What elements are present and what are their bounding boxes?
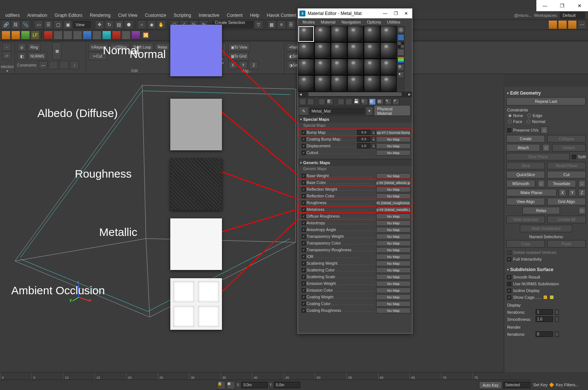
autokey-button[interactable]: Auto Key [479,381,502,389]
cage-color-2[interactable] [549,295,554,300]
menu-item-customize[interactable]: Customize [141,12,170,19]
align-button[interactable]: ▦ [267,20,276,29]
link-button[interactable]: 🔗 [1,20,10,29]
map-slot-button[interactable]: No Map [376,143,411,149]
menu-item-animation[interactable]: Animation [24,12,51,19]
select-name-button[interactable]: ☰ [44,20,53,29]
quickslice-button[interactable]: QuickSlice [506,171,545,178]
map-slot-button[interactable]: No Map [376,150,411,156]
menu-item-odifiers[interactable]: odifiers [1,12,24,19]
sample-type-icon[interactable] [397,27,404,33]
mat-maximize-button[interactable]: ❐ [390,9,401,18]
material-slot-9[interactable] [347,42,364,59]
map-slot-button[interactable]: No Map [376,234,411,239]
constraint-normal-icon[interactable]: ↕ [70,61,79,69]
material-slot-11[interactable] [380,42,397,59]
material-slot-10[interactable] [364,42,380,59]
map-slot-button[interactable]: No Map [376,274,411,280]
material-slot-hscrollbar[interactable]: ◀▶ [298,92,412,97]
map-enable-checkbox[interactable] [302,181,306,185]
mat-id-icon[interactable]: 0 [361,98,368,105]
minimize-button[interactable]: — [536,0,554,11]
map-enable-checkbox[interactable] [302,187,306,191]
align-z-button[interactable]: Z [249,61,258,69]
eyedropper-icon[interactable]: ✎ [299,107,308,115]
shelf-icon-10[interactable] [92,31,101,40]
setkey-icon[interactable]: 🔶 [549,383,554,387]
shelf-icon-11[interactable] [102,31,111,40]
map-amount-spinner[interactable]: ▴ [372,143,375,148]
relax-settings-button[interactable]: □ [578,207,586,214]
constraint-edge-icon[interactable] [49,61,58,69]
map-enable-checkbox[interactable] [302,234,306,239]
scale-button[interactable]: ▤ [115,20,124,29]
planar-x-button[interactable]: X [559,189,566,196]
map-slot-button[interactable]: No Map [376,136,411,142]
map-slot-button[interactable]: #1 (Metal_roughness. [376,200,411,206]
map-enable-checkbox[interactable] [302,268,306,272]
material-slot-12[interactable] [298,59,314,75]
gridalign-button[interactable]: Grid Align [547,198,586,205]
constraint-none-radio[interactable]: None [508,113,523,118]
slice-plane-button[interactable]: Slice Plane [506,153,570,160]
material-slot-7[interactable] [314,42,331,59]
mirror-button[interactable]: ▽ [254,20,263,29]
material-slot-5[interactable] [380,26,397,42]
shelf-icon-13[interactable] [122,31,131,40]
map-enable-checkbox[interactable] [302,174,306,178]
special-maps-rollout-header[interactable]: Special Maps [298,116,412,123]
mat-menu-material[interactable]: Material [318,19,338,25]
make-unique-icon[interactable] [345,98,352,105]
y-field[interactable]: 0.0m [274,382,300,388]
shelf-icon-9[interactable] [83,31,92,40]
map-enable-checkbox[interactable] [302,302,306,306]
setkey-button[interactable]: Set Key [533,383,548,387]
material-slot-21[interactable] [347,75,364,92]
mat-menu-utilities[interactable]: Utilities [384,19,403,25]
delete-iso-checkbox[interactable] [507,251,511,255]
shelf-icon-3[interactable] [21,31,30,40]
material-slot-1[interactable] [314,26,331,42]
ring-button[interactable]: Ring [28,43,41,51]
map-amount-spinner[interactable]: ▴ [372,130,375,135]
viewalign-button[interactable]: View Align [506,198,545,205]
menu-item-content[interactable]: Content [223,12,246,19]
map-enable-checkbox[interactable] [302,248,306,252]
map-enable-checkbox[interactable] [302,295,306,299]
map-slot-button[interactable]: p #2 (Metal_metallic.j [376,207,411,212]
material-slot-20[interactable] [331,75,347,92]
map-enable-checkbox[interactable] [302,214,306,218]
material-slot-4[interactable] [364,26,380,42]
shelf-icon-8[interactable] [73,31,82,40]
smooth-result-checkbox[interactable] [507,275,511,279]
map-slot-button[interactable]: No Map [376,288,411,293]
unhide-all-button[interactable]: Unhide All [547,216,586,223]
material-name-dropdown[interactable]: ▼ [366,107,372,115]
material-slot-8[interactable] [331,42,347,59]
msmooth-settings-button[interactable]: □ [537,180,545,187]
togrid-button[interactable]: ▦ To Grid [228,52,249,60]
close-button[interactable]: ✕ [571,0,588,11]
delete-icon[interactable]: 🗑 [326,98,333,105]
nurms-button[interactable]: NURMS [28,52,47,60]
unlink-button[interactable]: ⛓ [11,20,20,29]
map-slot-button[interactable]: No Map [376,240,411,246]
smoothness-field[interactable]: 1.0 [536,316,553,322]
go-forward-icon[interactable]: ↱ [393,98,399,105]
mat-menu-options[interactable]: Options [364,19,384,25]
map-slot-button[interactable]: No Map [376,247,411,253]
material-slot-2[interactable] [331,26,347,42]
tessellate-settings-button[interactable]: □ [578,180,586,187]
workspaces-dropdown[interactable]: Default [560,12,585,19]
map-amount-spinner[interactable]: ▴ [372,136,375,142]
cut-button2[interactable]: Cut [547,171,586,178]
detach-button[interactable]: Detach [552,144,586,151]
layer-misc-icon[interactable]: ⋯ [578,20,587,29]
map-enable-checkbox[interactable] [302,275,306,279]
shelf-icon-1[interactable] [1,31,10,40]
render-iterations-spinner[interactable] [555,332,559,337]
make-copy-icon[interactable] [338,98,344,105]
map-slot-button[interactable]: No Map [376,267,411,273]
map-amount-field[interactable]: 0.3 [357,136,371,142]
mat-menu-modes[interactable]: Modes [299,19,318,25]
